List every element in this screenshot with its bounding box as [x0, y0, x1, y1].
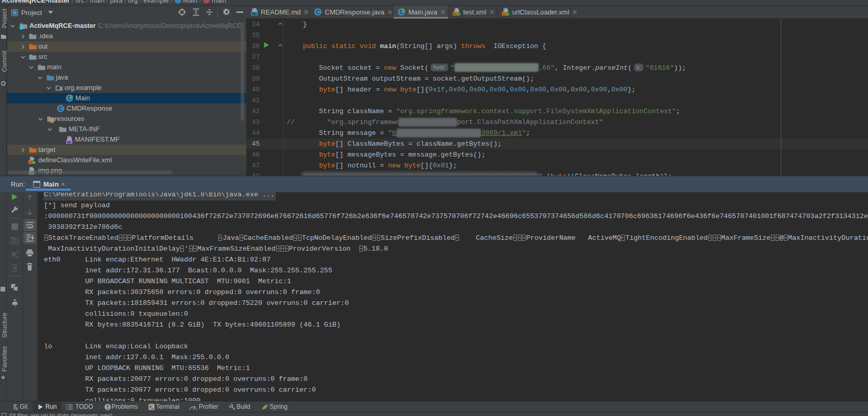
svg-text:C: C: [316, 9, 320, 15]
svg-text:MF: MF: [67, 140, 72, 144]
svg-text:MD: MD: [251, 12, 257, 16]
svg-text:C: C: [59, 106, 62, 112]
svg-text:<: <: [503, 12, 506, 16]
svg-text:<: <: [454, 12, 456, 16]
svg-text:<: <: [29, 160, 31, 164]
